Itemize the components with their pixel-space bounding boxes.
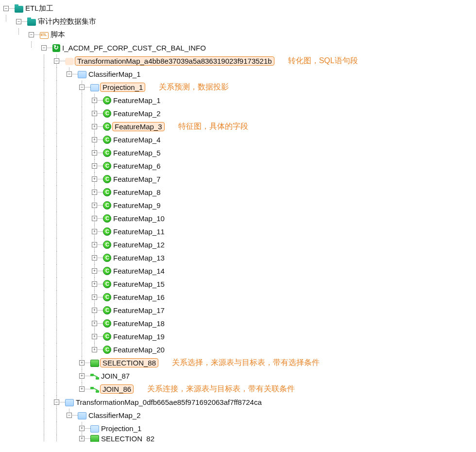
node-label: FeatureMap_1 [112,96,162,105]
expand-icon[interactable] [92,163,97,169]
tree-node-job[interactable]: I_ACDM_PF_CORP_CUST_CR_BAL_INFO [2,41,474,54]
expand-icon[interactable] [92,268,97,274]
folder-icon [15,6,23,13]
tree-node-projection-1[interactable]: Projection_1 关系预测，数据投影 [2,81,474,94]
expand-icon[interactable] [92,137,97,142]
expand-icon[interactable] [79,386,85,392]
tree-node-feature-map[interactable]: FeatureMap_13 [2,251,474,264]
expand-icon[interactable] [92,295,97,300]
node-label: FeatureMap_14 [112,266,166,276]
tree-node-datamart[interactable]: 审计内控数据集市 [2,15,474,28]
tree-node-feature-map[interactable]: FeatureMap_8 [2,186,474,199]
node-label: 脚本 [50,30,66,40]
feature-map-list: FeatureMap_1FeatureMap_2FeatureMap_3特征图，… [2,94,474,356]
feature-map-icon [103,293,111,301]
tree-node-feature-map[interactable]: FeatureMap_2 [2,107,474,120]
tree-node-feature-map[interactable]: FeatureMap_4 [2,133,474,146]
tree-node-transformation-map-1[interactable]: TransformationMap_a4bb8e37039a5a83631902… [2,54,474,68]
tree-node-feature-map[interactable]: FeatureMap_17 [2,304,474,317]
tree-node-feature-map[interactable]: FeatureMap_18 [2,317,474,330]
tree-node-feature-map[interactable]: FeatureMap_14 [2,264,474,278]
expand-icon[interactable] [92,203,97,208]
collapse-icon[interactable] [16,19,21,24]
tree-node-feature-map[interactable]: FeatureMap_5 [2,146,474,159]
tree-node-etl-root[interactable]: ETL加工 [2,2,474,15]
collapse-icon[interactable] [3,6,9,11]
folder-icon [27,19,36,26]
expand-icon[interactable] [92,216,97,221]
node-label: Projection_1 [100,83,145,92]
expand-icon[interactable] [92,98,97,103]
node-label: FeatureMap_15 [112,279,166,289]
node-label: SELECTION_82 [100,435,155,442]
feature-map-icon [103,227,111,236]
tree-node-feature-map[interactable]: FeatureMap_6 [2,159,474,173]
tree-node-selection-88[interactable]: SELECTION_88 关系选择，来源表与目标表，带有选择条件 [2,356,474,369]
tree-node-classifier-map-2[interactable]: ClassifierMap_2 [2,409,474,422]
tree-node-feature-map[interactable]: FeatureMap_1 [2,94,474,107]
collapse-icon[interactable] [79,85,85,90]
expand-icon[interactable] [92,308,97,313]
node-label: ClassifierMap_2 [87,411,142,420]
feature-map-icon [103,346,111,354]
expand-icon[interactable] [92,281,97,287]
join-icon [90,387,99,393]
expand-icon[interactable] [79,426,85,431]
node-label: TransformationMap_0dfb665ae85f971692063a… [75,398,263,407]
expand-icon[interactable] [92,229,97,234]
feature-map-icon [103,254,111,262]
expand-icon[interactable] [92,321,97,326]
tree-node-transformation-map-2[interactable]: TransformationMap_0dfb665ae85f971692063a… [2,396,474,409]
annotation-selection: 关系选择，来源表与目标表，带有选择条件 [172,358,320,368]
expand-icon[interactable] [92,124,97,129]
collapse-icon[interactable] [54,400,59,405]
expand-icon[interactable] [92,347,97,352]
node-label: FeatureMap_16 [112,293,166,302]
projection-icon [90,84,99,91]
tree-node-scripts[interactable]: 脚本 [2,28,474,41]
node-label: FeatureMap_4 [112,135,162,144]
feature-map-icon [103,188,111,196]
tree-node-feature-map[interactable]: FeatureMap_12 [2,238,474,251]
etl-tree: ETL加工 审计内控数据集市 脚本 I_ACDM_PF_CORP_CUST_CR… [2,2,474,442]
tree-node-feature-map[interactable]: FeatureMap_10 [2,212,474,225]
tree-node-feature-map[interactable]: FeatureMap_7 [2,173,474,186]
node-label: FeatureMap_19 [112,332,166,341]
expand-icon[interactable] [92,334,97,339]
tree-node-feature-map[interactable]: FeatureMap_9 [2,199,474,212]
tree-node-feature-map[interactable]: FeatureMap_15 [2,278,474,291]
expand-icon[interactable] [79,373,85,379]
tree-node-feature-map[interactable]: FeatureMap_11 [2,225,474,238]
feature-map-icon [103,122,111,131]
collapse-icon[interactable] [67,413,72,418]
node-label: FeatureMap_12 [112,240,166,249]
expand-icon[interactable] [92,111,97,116]
expand-icon[interactable] [79,360,85,365]
feature-map-icon [103,201,111,209]
tree-node-selection-82[interactable]: SELECTION_82 [2,435,474,442]
expand-icon[interactable] [92,255,97,261]
tree-node-join-87[interactable]: JOIN_87 [2,369,474,382]
tree-node-classifier-map-1[interactable]: ClassifierMap_1 [2,68,474,81]
collapse-icon[interactable] [29,32,34,37]
collapse-icon[interactable] [67,71,72,77]
tree-node-join-86[interactable]: JOIN_86 关系连接，来源表与目标表，带有关联条件 [2,382,474,396]
expand-icon[interactable] [92,176,97,182]
collapse-icon[interactable] [41,45,47,51]
expand-icon[interactable] [79,436,85,441]
tree-node-feature-map[interactable]: FeatureMap_16 [2,291,474,304]
node-label: ETL加工 [24,3,54,14]
tree-node-feature-map[interactable]: FeatureMap_19 [2,330,474,343]
tree-node-feature-map[interactable]: FeatureMap_20 [2,343,474,356]
expand-icon[interactable] [92,150,97,156]
selection-icon [90,435,99,442]
expand-icon[interactable] [92,190,97,195]
expand-icon[interactable] [92,242,97,247]
tree-node-projection-2[interactable]: Projection_1 [2,422,474,435]
map-icon [78,71,86,78]
node-label: FeatureMap_6 [112,161,162,171]
tree-node-feature-map[interactable]: FeatureMap_3特征图，具体的字段 [2,120,474,133]
collapse-icon[interactable] [54,58,59,64]
feature-map-icon [103,241,111,249]
node-label: FeatureMap_17 [112,306,166,315]
